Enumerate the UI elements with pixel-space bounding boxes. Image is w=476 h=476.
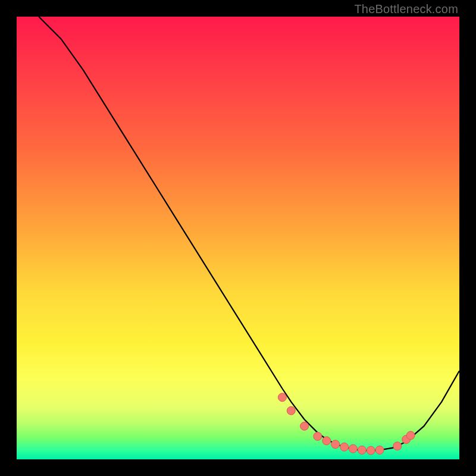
- chart-frame: TheBottleneck.com: [0, 0, 476, 476]
- marker-dot: [358, 446, 366, 454]
- marker-dot: [322, 437, 331, 445]
- marker-dot: [367, 446, 375, 455]
- chart-overlay: [17, 17, 459, 459]
- marker-dot: [406, 431, 415, 440]
- plot-area: [17, 17, 459, 459]
- marker-dot: [375, 446, 384, 454]
- curve-line: [39, 17, 459, 450]
- marker-dot: [314, 432, 322, 440]
- marker-dot: [393, 442, 402, 450]
- watermark-text: TheBottleneck.com: [354, 2, 458, 16]
- marker-dot: [340, 443, 349, 451]
- marker-group: [278, 393, 415, 455]
- marker-dot: [287, 406, 295, 415]
- marker-dot: [300, 422, 309, 430]
- marker-dot: [349, 444, 357, 453]
- marker-dot: [278, 393, 286, 402]
- marker-dot: [331, 440, 340, 449]
